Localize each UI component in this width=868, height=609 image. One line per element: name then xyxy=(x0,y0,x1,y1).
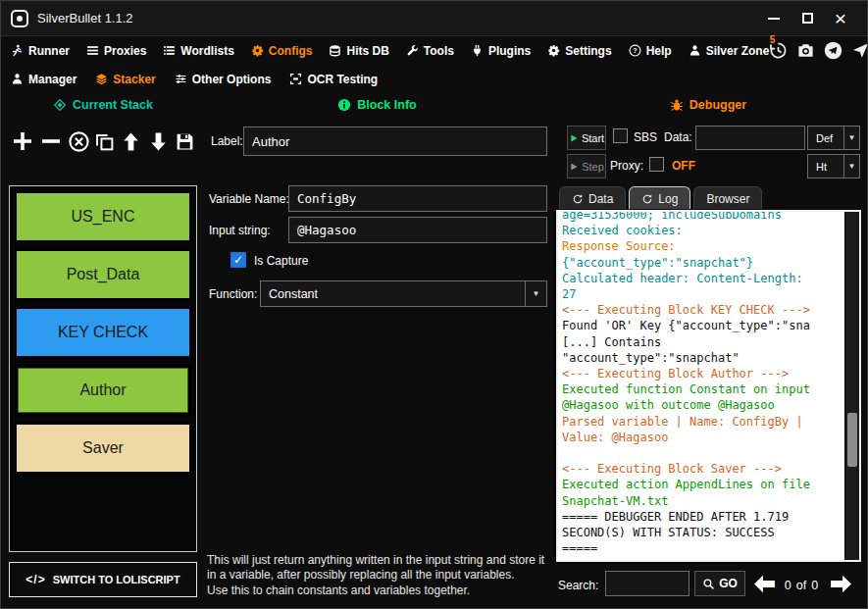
minimize-button[interactable] xyxy=(757,6,791,31)
is-capture-checkbox[interactable]: ✓ xyxy=(230,252,246,268)
variable-name-input[interactable] xyxy=(288,185,547,212)
bug-icon xyxy=(670,98,684,112)
wordlist-type-dropdown[interactable]: Def ▼ xyxy=(807,126,860,150)
close-button[interactable]: × xyxy=(824,6,857,31)
proxy-checkbox[interactable] xyxy=(649,157,664,172)
main-nav-items: RunnerProxiesWordlistsConfigsHits DBTool… xyxy=(11,44,769,58)
subnav-item-manager[interactable]: Manager xyxy=(11,73,77,86)
share-icon[interactable] xyxy=(851,41,868,60)
nav-item-label: Tools xyxy=(424,44,454,58)
log-line: @Hagasoo with outcome @Hagasoo xyxy=(562,397,841,413)
proxy-type-dropdown[interactable]: Ht ▼ xyxy=(807,154,860,178)
subnav-item-label: Manager xyxy=(28,73,77,86)
previous-result-button[interactable] xyxy=(752,572,777,596)
log-scrollbar[interactable] xyxy=(844,212,859,560)
maximize-button[interactable] xyxy=(791,6,824,31)
nav-item-wordlists[interactable]: Wordlists xyxy=(163,44,233,58)
label-input[interactable] xyxy=(243,127,547,156)
start-button[interactable]: Start xyxy=(567,126,606,150)
stack-block-author[interactable]: Author xyxy=(15,365,191,416)
stack-block-key-check[interactable]: KEY CHECK xyxy=(15,307,191,358)
add-block-button[interactable] xyxy=(11,129,34,153)
remove-block-button[interactable] xyxy=(39,129,63,153)
svg-text:?: ? xyxy=(633,47,637,54)
log-line xyxy=(562,445,841,461)
nav-item-proxies[interactable]: Proxies xyxy=(86,44,146,58)
close-icon: × xyxy=(835,8,846,28)
nav-item-hits-db[interactable]: Hits DB xyxy=(329,44,388,58)
chevron-down-icon: ▼ xyxy=(843,155,859,178)
silverbullet-window: SilverBullet 1.1.2 × RunnerProxiesWordli… xyxy=(0,0,868,609)
block-info-title: Block Info xyxy=(357,98,416,112)
subnav-item-label: Other Options xyxy=(192,73,272,86)
subnav-item-other-options[interactable]: Other Options xyxy=(175,73,272,86)
nav-quick-icons xyxy=(769,41,868,60)
move-down-button[interactable] xyxy=(147,130,170,153)
save-stack-button[interactable] xyxy=(175,131,195,152)
block-description-line2: Use this to chain constants and variable… xyxy=(207,584,552,598)
nav-item-configs[interactable]: Configs xyxy=(251,44,313,58)
plugins-icon xyxy=(471,44,484,57)
refresh-icon xyxy=(572,193,584,205)
subnav-item-label: Stacker xyxy=(113,73,155,86)
input-string-input[interactable] xyxy=(288,217,547,243)
stack-block-post-data[interactable]: Post_Data xyxy=(15,249,191,300)
nav-item-label: Settings xyxy=(565,44,611,58)
manager-icon xyxy=(11,73,24,85)
stack-block-us-enc[interactable]: US_ENC xyxy=(15,191,191,242)
code-icon: </> xyxy=(26,573,45,586)
nav-item-settings[interactable]: Settings xyxy=(547,44,611,58)
main-nav: RunnerProxiesWordlistsConfigsHits DBTool… xyxy=(1,36,867,65)
nav-item-silver-zone[interactable]: Silver Zone5 xyxy=(689,44,770,58)
log-line: ===== DEBUGGER ENDED AFTER 1.719 xyxy=(562,509,841,525)
tab-label: Data xyxy=(588,192,613,206)
data-input[interactable] xyxy=(695,126,805,150)
search-label: Search: xyxy=(558,579,598,592)
function-dropdown[interactable]: Constant ▼ xyxy=(260,280,547,307)
search-go-button[interactable]: GO xyxy=(694,571,745,596)
move-up-button[interactable] xyxy=(120,130,142,153)
runner-icon xyxy=(11,44,24,57)
screenshot-icon[interactable] xyxy=(796,41,815,60)
nav-item-tools[interactable]: Tools xyxy=(406,44,454,58)
settings-icon xyxy=(547,44,560,57)
nav-item-plugins[interactable]: Plugins xyxy=(471,44,531,58)
tab-browser[interactable]: Browser xyxy=(693,186,762,211)
log-line: "account_type":"snapchat" xyxy=(562,350,841,366)
nav-item-label: Silver Zone xyxy=(706,44,770,58)
nav-item-runner[interactable]: Runner xyxy=(11,44,70,58)
nav-item-label: Runner xyxy=(28,44,70,58)
clone-block-button[interactable] xyxy=(94,131,115,152)
go-button-label: GO xyxy=(719,577,738,590)
log-line: Executed function Constant on input xyxy=(562,381,841,397)
play-icon xyxy=(569,133,579,143)
subnav-item-ocr-testing[interactable]: OCR Testing xyxy=(289,73,378,86)
log-line: Value: @Hagasoo xyxy=(562,430,841,445)
stack-block-saver[interactable]: Saver xyxy=(15,423,191,474)
log-line: ===== xyxy=(562,540,841,556)
debugger-header: Debugger xyxy=(555,98,861,112)
step-button[interactable]: Step xyxy=(567,154,606,178)
tab-log[interactable]: Log xyxy=(629,186,690,211)
proxies-icon xyxy=(86,44,99,57)
switch-to-loliscript-button[interactable]: </> SWITCH TO LOLISCRIPT xyxy=(9,562,197,597)
nav-item-label: Proxies xyxy=(104,44,146,58)
minimize-icon xyxy=(768,18,780,20)
next-result-button[interactable] xyxy=(829,572,853,596)
nav-item-help[interactable]: ?Help xyxy=(629,44,672,58)
log-line: <--- Executing Block KEY CHECK ---> xyxy=(562,302,841,318)
tab-label: Log xyxy=(658,192,678,206)
proxy-type-value: Ht xyxy=(816,161,827,173)
telegram-icon[interactable] xyxy=(824,41,842,60)
function-value: Constant xyxy=(269,287,318,301)
sbs-checkbox[interactable] xyxy=(613,128,628,143)
tab-data[interactable]: Data xyxy=(559,186,626,211)
log-line: Executed action AppendLines on file xyxy=(562,477,841,492)
subnav-item-label: OCR Testing xyxy=(307,73,378,86)
scrollbar-thumb[interactable] xyxy=(847,413,857,467)
search-input[interactable] xyxy=(605,571,689,596)
stack-toolbar xyxy=(11,126,195,157)
log-line: {"account_type":"snapchat"} xyxy=(562,255,841,271)
subnav-item-stacker[interactable]: Stacker xyxy=(95,73,155,86)
disable-block-button[interactable] xyxy=(68,130,90,153)
